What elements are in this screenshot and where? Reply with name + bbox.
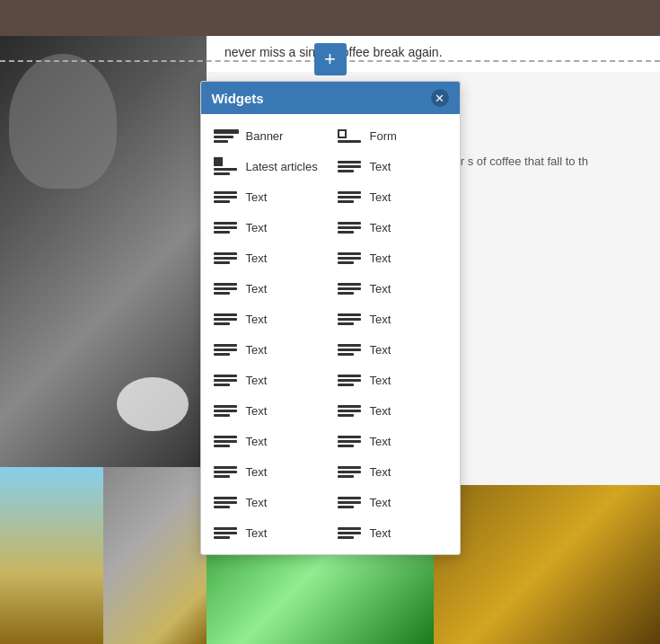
text-icon	[214, 523, 239, 543]
widget-popup: Widgets ✕ Banner Form Latest articles Te…	[200, 81, 461, 555]
widget-item-text[interactable]: Text	[334, 304, 451, 333]
text-icon	[338, 370, 363, 390]
widget-item-label: Latest articles	[246, 160, 318, 173]
add-widget-button[interactable]: +	[314, 43, 347, 75]
widget-item-label: Text	[246, 526, 268, 540]
text-icon	[338, 462, 363, 481]
text-icon	[338, 492, 363, 512]
text-icon	[214, 401, 239, 420]
widget-item-label: Text	[246, 190, 268, 204]
widget-item-text[interactable]: Text	[334, 457, 451, 486]
widget-item-label: Text	[370, 251, 392, 265]
widget-item-text[interactable]: Text	[210, 366, 327, 394]
coffee-worker-image	[103, 467, 207, 644]
widget-item-label: Text	[370, 374, 392, 387]
top-bar	[0, 0, 660, 36]
widget-item-text[interactable]: Text	[334, 488, 451, 516]
widget-item-text[interactable]: Text	[210, 518, 327, 547]
text-icon	[214, 278, 239, 298]
widget-item-text[interactable]: Text	[334, 335, 451, 364]
widget-item-label: Text	[370, 496, 392, 509]
text-icon	[338, 156, 363, 176]
widget-item-label: Text	[246, 313, 268, 326]
widget-item-label: Text	[370, 465, 392, 479]
widget-item-label: Text	[246, 374, 268, 387]
widget-item-text[interactable]: Text	[210, 304, 327, 333]
text-icon	[214, 340, 239, 359]
widget-item-text[interactable]: Text	[210, 427, 327, 455]
text-icon	[214, 248, 239, 268]
latest-articles-icon	[214, 156, 239, 176]
widget-item-text[interactable]: Text	[210, 335, 327, 364]
banner-icon	[214, 126, 239, 146]
widget-item-text[interactable]: Text	[334, 152, 451, 181]
widget-item-label: Banner	[246, 129, 284, 143]
bottom-left-images	[0, 467, 207, 644]
text-icon	[214, 431, 239, 451]
text-icon	[338, 248, 363, 268]
widget-item-label: Text	[370, 313, 392, 326]
widget-item-text[interactable]: Text	[334, 182, 451, 211]
text-icon	[214, 370, 239, 390]
widget-item-text[interactable]: Text	[210, 182, 327, 211]
text-icon	[214, 217, 239, 237]
widget-item-label: Text	[370, 435, 392, 448]
coffee-beans-image	[0, 467, 103, 644]
widget-item-text[interactable]: Text	[210, 243, 327, 272]
widget-popup-header: Widgets ✕	[201, 82, 460, 114]
text-icon	[214, 492, 239, 512]
text-icon	[338, 309, 363, 329]
widget-popup-title: Widgets	[212, 91, 264, 106]
add-widget-button-container: +	[314, 43, 347, 75]
widget-popup-body: Banner Form Latest articles Text Text	[201, 114, 460, 554]
widget-item-label: Text	[246, 404, 268, 418]
widget-item-label: Form	[370, 129, 397, 143]
widget-item-label: Text	[246, 465, 268, 479]
widget-item-label: Text	[370, 343, 392, 357]
coffee-machine-image	[0, 36, 207, 467]
widget-item-label: Text	[370, 526, 392, 540]
widget-item-label: Text	[246, 343, 268, 357]
text-icon	[214, 309, 239, 329]
widget-item-text[interactable]: Text	[210, 457, 327, 486]
text-icon	[338, 187, 363, 207]
widget-item-text[interactable]: Text	[210, 274, 327, 303]
widget-item-label: Text	[246, 282, 268, 296]
widget-item-text[interactable]: Text	[210, 213, 327, 242]
cafe-image	[434, 485, 661, 644]
widget-item-label: Text	[370, 190, 392, 204]
text-icon	[338, 401, 363, 420]
widget-item-text[interactable]: Text	[334, 518, 451, 547]
widget-item-text[interactable]: Text	[334, 213, 451, 242]
text-icon	[338, 217, 363, 237]
text-icon	[214, 187, 239, 207]
widget-item-text[interactable]: Text	[334, 366, 451, 394]
article-text: never miss a single coffee break again.	[207, 36, 660, 72]
widget-item-label: Text	[246, 221, 268, 234]
widget-item-label: Text	[246, 435, 268, 448]
widget-close-button[interactable]: ✕	[431, 89, 449, 107]
widget-item-label: Text	[370, 221, 392, 234]
widget-item-text[interactable]: Text	[334, 396, 451, 425]
widget-item-label: Text	[370, 282, 392, 296]
text-icon	[214, 462, 239, 481]
widget-item-text[interactable]: Text	[334, 274, 451, 303]
widget-item-latest-articles[interactable]: Latest articles	[210, 152, 327, 181]
widget-grid: Banner Form Latest articles Text Text	[210, 121, 451, 547]
form-icon	[338, 126, 363, 146]
widget-item-text[interactable]: Text	[334, 427, 451, 455]
text-icon	[338, 431, 363, 451]
widget-item-label: Text	[246, 496, 268, 509]
widget-item-banner[interactable]: Banner	[210, 121, 327, 150]
widget-item-label: Text	[370, 404, 392, 418]
text-icon	[338, 523, 363, 543]
text-icon	[338, 278, 363, 298]
widget-item-text[interactable]: Text	[334, 243, 451, 272]
widget-item-label: Text	[370, 160, 392, 173]
widget-item-form[interactable]: Form	[334, 121, 451, 150]
widget-item-text[interactable]: Text	[210, 488, 327, 516]
text-icon	[338, 340, 363, 359]
widget-item-text[interactable]: Text	[210, 396, 327, 425]
widget-item-label: Text	[246, 251, 268, 265]
